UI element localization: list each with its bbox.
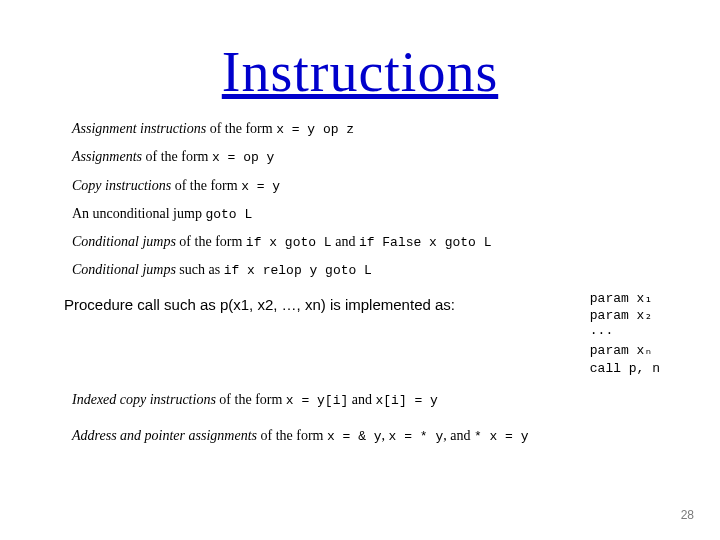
code: * x = y	[474, 429, 529, 444]
procedure-text: Procedure call such as p(x1, x2, …, xn) …	[64, 296, 560, 315]
item-cond-jump-1: Conditional jumps of the form if x goto …	[72, 233, 660, 251]
procedure-code-block: param x₁ param x₂ ··· param xₙ call p, n	[590, 290, 660, 378]
item-assignment-unary: Assignments of the form x = op y	[72, 148, 660, 166]
text: of the form	[206, 121, 276, 136]
text: such as	[176, 262, 224, 277]
code: if x goto L	[246, 235, 332, 250]
label: Copy instructions	[72, 178, 171, 193]
code-line: call p, n	[590, 360, 660, 378]
item-copy: Copy instructions of the form x = y	[72, 177, 660, 195]
page-number: 28	[681, 508, 694, 522]
code-line: param x₁	[590, 290, 660, 308]
code-line: param xₙ	[590, 342, 660, 360]
code: x[i] = y	[375, 393, 437, 408]
item-address-pointer: Address and pointer assignments of the f…	[72, 427, 660, 445]
code: x = y[i]	[286, 393, 348, 408]
text: of the form	[171, 178, 241, 193]
text: , and	[443, 428, 474, 443]
code-line: ···	[590, 325, 660, 343]
code: x = y op z	[276, 122, 354, 137]
content-area: Assignment instructions of the form x = …	[72, 120, 660, 456]
code: x = y	[241, 179, 280, 194]
text: An unconditional jump	[72, 206, 205, 221]
text: of the form	[176, 234, 246, 249]
label: Address and pointer assignments	[72, 428, 257, 443]
text: of the form	[257, 428, 327, 443]
item-procedure-call: Procedure call such as p(x1, x2, …, xn) …	[72, 290, 660, 378]
text: of the form	[142, 149, 212, 164]
item-assignment-binary: Assignment instructions of the form x = …	[72, 120, 660, 138]
item-goto: An unconditional jump goto L	[72, 205, 660, 223]
text: and	[332, 234, 359, 249]
code: if False x goto L	[359, 235, 492, 250]
code: x = & y	[327, 429, 382, 444]
slide: Instructions Assignment instructions of …	[0, 0, 720, 540]
label: Assignment instructions	[72, 121, 206, 136]
code: if x relop y goto L	[224, 263, 372, 278]
code: x = op y	[212, 150, 274, 165]
label: Conditional jumps	[72, 234, 176, 249]
code: goto L	[205, 207, 252, 222]
text: of the form	[216, 392, 286, 407]
text: ,	[382, 428, 389, 443]
slide-title: Instructions	[0, 40, 720, 104]
item-indexed-copy: Indexed copy instructions of the form x …	[72, 391, 660, 409]
label: Conditional jumps	[72, 262, 176, 277]
label: Indexed copy instructions	[72, 392, 216, 407]
code: x = * y	[389, 429, 444, 444]
code-line: param x₂	[590, 307, 660, 325]
label: Assignments	[72, 149, 142, 164]
text: and	[348, 392, 375, 407]
item-cond-jump-2: Conditional jumps such as if x relop y g…	[72, 261, 660, 279]
